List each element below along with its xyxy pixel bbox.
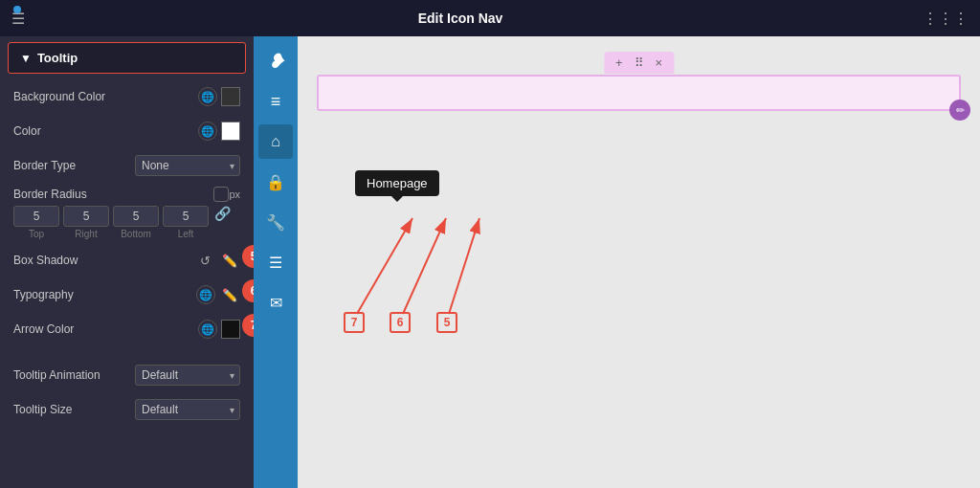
tooltip-popup: Homepage xyxy=(355,170,439,196)
box-shadow-controls: ↺ ✏️ xyxy=(194,250,240,271)
tooltip-text: Homepage xyxy=(367,176,428,190)
settings-panel: ▼ Tooltip Background Color 🌐 Color 🌐 Bor… xyxy=(0,0,254,488)
right-label: Right xyxy=(75,229,97,239)
tooltip-size-row: Tooltip Size Default xyxy=(0,392,254,427)
tooltip-animation-select[interactable]: Default xyxy=(135,365,240,386)
sidebar-item-bricks[interactable]: ❥ xyxy=(258,44,293,78)
tooltip-size-dropdown-wrapper: Default xyxy=(135,399,240,420)
color-swatch[interactable] xyxy=(221,122,240,141)
arrow-color-controls: 🌐 xyxy=(198,320,240,339)
sidebar-item-lock[interactable]: 🔒 xyxy=(258,165,293,199)
tooltip-section-header[interactable]: ▼ Tooltip xyxy=(8,42,246,74)
border-type-row: Border Type None xyxy=(0,148,254,183)
list-icon: ☰ xyxy=(269,254,282,272)
widget-edit-button[interactable]: ✏ xyxy=(949,100,970,121)
wrench-icon: 🔧 xyxy=(266,213,285,232)
link-icon[interactable]: 🔗 xyxy=(214,206,231,239)
step-badge-7: 7 xyxy=(242,314,254,337)
typography-controls: 🌐 ✏️ xyxy=(196,284,240,305)
widget-controls-bar: + ⠿ × xyxy=(604,52,674,74)
border-type-label: Border Type xyxy=(13,159,135,172)
section-arrow-icon: ▼ xyxy=(20,52,32,65)
border-radius-label-row: Border Radius px xyxy=(13,187,240,202)
canvas-num-7-label: 7 xyxy=(351,316,358,329)
menu-lines-icon: ≡ xyxy=(271,93,281,110)
bricks-icon: ❥ xyxy=(268,50,284,73)
svg-line-3 xyxy=(449,218,479,314)
arrow-color-row: Arrow Color 🌐 7 xyxy=(0,312,254,346)
border-radius-icon xyxy=(213,187,229,202)
tooltip-size-select[interactable]: Default xyxy=(135,399,240,420)
typography-label: Typography xyxy=(13,288,196,301)
color-controls: 🌐 xyxy=(198,122,240,141)
border-type-select[interactable]: None xyxy=(135,155,240,176)
step-badge-6: 6 xyxy=(242,279,254,302)
arrow-globe-icon[interactable]: 🌐 xyxy=(198,320,217,339)
background-color-controls: 🌐 xyxy=(198,87,240,106)
sidebar-item-home[interactable]: ⌂ xyxy=(258,124,293,159)
background-color-label: Background Color xyxy=(13,90,198,103)
border-radius-section: Border Radius px 5 Top Right Bottom Left xyxy=(0,183,254,243)
canvas-num-7: 7 xyxy=(344,312,365,333)
blue-sidebar: ❥ ≡ ⌂ 🔒 🔧 ☰ ✉ xyxy=(254,0,298,488)
tooltip-size-label: Tooltip Size xyxy=(13,403,135,416)
left-label: Left xyxy=(178,229,194,239)
widget-add-btn[interactable]: + xyxy=(613,55,625,70)
border-bottom-group: Bottom xyxy=(113,206,159,239)
border-inputs: 5 Top Right Bottom Left 🔗 xyxy=(13,202,240,243)
page-title: Edit Icon Nav xyxy=(36,11,884,26)
border-right-input[interactable] xyxy=(63,206,109,227)
widget-close-btn[interactable]: × xyxy=(654,55,665,70)
svg-line-1 xyxy=(357,218,412,314)
main-canvas: + ⠿ × ✏ Homepage xyxy=(298,0,980,488)
px-unit-label[interactable]: px xyxy=(229,189,240,200)
notification-dot xyxy=(13,6,21,13)
canvas-num-5: 5 xyxy=(436,312,457,333)
border-top-input[interactable] xyxy=(13,206,59,227)
canvas-num-6: 6 xyxy=(390,312,411,333)
step-badge-5: 5 xyxy=(242,245,254,268)
sidebar-item-list[interactable]: ☰ xyxy=(258,245,293,279)
bottom-label: Bottom xyxy=(121,229,151,239)
border-radius-label: Border Radius xyxy=(13,188,213,201)
tooltip-animation-dropdown-wrapper: Default xyxy=(135,365,240,386)
top-label: Top xyxy=(29,229,44,239)
border-left-input[interactable] xyxy=(163,206,209,227)
arrow-color-label: Arrow Color xyxy=(13,322,198,336)
sidebar-item-mail[interactable]: ✉ xyxy=(258,285,293,320)
box-shadow-row: Box Shadow ↺ ✏️ 5 xyxy=(0,243,254,277)
top-bar: ☰ Edit Icon Nav ⋮⋮⋮ xyxy=(0,0,980,36)
background-color-swatch[interactable] xyxy=(221,87,240,106)
tooltip-animation-label: Tooltip Animation xyxy=(13,368,135,382)
grid-icon[interactable]: ⋮⋮⋮ xyxy=(923,10,969,28)
sidebar-item-menu[interactable]: ≡ xyxy=(258,84,293,119)
widget-drag-btn[interactable]: ⠿ xyxy=(633,55,646,70)
arrow-color-swatch[interactable] xyxy=(221,320,240,339)
lock-icon: 🔒 xyxy=(266,173,285,191)
border-type-dropdown-wrapper: None xyxy=(135,155,240,176)
home-icon: ⌂ xyxy=(271,133,280,150)
tooltip-animation-row: Tooltip Animation Default xyxy=(0,358,254,392)
border-bottom-input[interactable] xyxy=(113,206,159,227)
color-row: Color 🌐 xyxy=(0,114,254,148)
typography-edit-icon[interactable]: ✏️ xyxy=(219,284,240,305)
canvas-num-5-label: 5 xyxy=(444,316,451,329)
background-color-row: Background Color 🌐 xyxy=(0,79,254,114)
typography-row: Typography 🌐 ✏️ 6 xyxy=(0,277,254,312)
canvas-num-6-label: 6 xyxy=(397,316,404,329)
svg-line-2 xyxy=(403,218,446,314)
color-label: Color xyxy=(13,124,198,138)
sidebar-item-wrench[interactable]: 🔧 xyxy=(258,205,293,239)
border-right-group: Right xyxy=(63,206,109,239)
typography-globe-icon[interactable]: 🌐 xyxy=(196,285,215,304)
section-label: Tooltip xyxy=(37,51,78,65)
widget-container: + ⠿ × ✏ xyxy=(317,75,961,111)
border-left-group: Left xyxy=(163,206,209,239)
mail-icon: ✉ xyxy=(270,294,282,312)
box-shadow-reset-icon[interactable]: ↺ xyxy=(194,250,215,271)
widget-bar xyxy=(317,75,961,111)
box-shadow-label: Box Shadow xyxy=(13,254,194,267)
box-shadow-edit-icon[interactable]: ✏️ xyxy=(219,250,240,271)
color-globe-icon[interactable]: 🌐 xyxy=(198,122,217,141)
globe-icon[interactable]: 🌐 xyxy=(198,87,217,106)
